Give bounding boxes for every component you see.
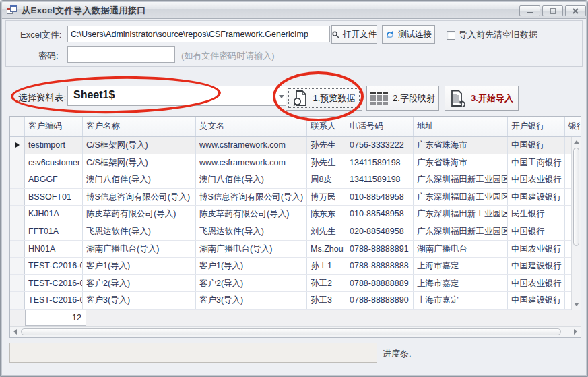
grid-cell[interactable]: csv6customer <box>25 154 83 171</box>
grid-cell[interactable]: 0788-88888889 <box>346 275 414 292</box>
grid-cell[interactable]: 中国农业银行 <box>508 275 565 292</box>
grid-cell[interactable]: 中国银行 <box>508 223 565 240</box>
grid-cell[interactable]: 博S信息咨询有限公司(导入) <box>83 189 196 206</box>
grid-cell[interactable]: 孙工2 <box>307 275 346 292</box>
grid-edit-cell[interactable]: 12 <box>25 310 86 326</box>
grid-cell[interactable]: testimport <box>25 137 83 154</box>
grid-cell[interactable]: 孙先生 <box>307 154 346 171</box>
table-row[interactable]: BSSOFT01博S信息咨询有限公司(导入)博S信息咨询有限公司(导入)博万民0… <box>10 189 571 206</box>
grid-cell[interactable]: 客户2(导入) <box>83 275 196 292</box>
grid-cell[interactable]: Ms.Zhou <box>307 241 346 258</box>
column-header[interactable]: 客户名称 <box>83 117 196 136</box>
grid-cell[interactable]: 客户3(导入) <box>196 292 307 309</box>
grid-cell[interactable] <box>565 241 571 258</box>
grid-cell[interactable]: C/S框架网(导入) <box>83 137 196 154</box>
grid-cell[interactable]: 广东深圳福田新工业园区 <box>414 223 508 240</box>
grid-cell[interactable]: 中国农业银行 <box>508 241 565 258</box>
table-row[interactable]: TEST-C2016-01客户1(导入)客户1(导入)孙工10788-88888… <box>10 258 571 275</box>
grid-cell[interactable]: 飞恩达软件(导入) <box>196 223 307 240</box>
maximize-button[interactable] <box>542 5 563 16</box>
table-row[interactable]: FFT01A飞恩达软件(导入)飞恩达软件(导入)刘先生020-88548958广… <box>10 223 571 241</box>
grid-cell[interactable]: www.csframework.com <box>196 137 307 154</box>
grid-cell[interactable]: 广东深圳福田新工业园区 <box>414 189 508 206</box>
title-bar[interactable]: 从Excel文件导入数据通用接口 <box>1 1 587 19</box>
table-row[interactable]: testimportC/S框架网(导入)www.csframework.com孙… <box>10 137 571 154</box>
row-header-cell[interactable] <box>10 223 25 240</box>
grid-cell[interactable]: 020-88548958 <box>346 223 414 240</box>
scroll-left-icon[interactable] <box>13 329 17 335</box>
grid-cell[interactable]: 上海市嘉定 <box>414 275 508 292</box>
table-row[interactable]: TEST-C2016-02客户2(导入)客户2(导入)孙工20788-88888… <box>10 275 571 293</box>
grid-cell[interactable] <box>565 171 571 188</box>
excel-path-input[interactable]: C:\Users\Administrator\source\repos\CSFr… <box>67 26 330 42</box>
grid-cell[interactable]: 陈东东 <box>307 206 346 223</box>
grid-cell[interactable]: 飞恩达软件(导入) <box>83 223 196 240</box>
grid-cell[interactable] <box>565 189 571 206</box>
grid-cell[interactable]: 广东省珠海市 <box>414 137 508 154</box>
open-file-button[interactable]: 打开文件 <box>331 25 377 44</box>
start-import-button[interactable]: 3.开始导入 <box>445 86 519 111</box>
grid-cell[interactable]: 010-88548958 <box>346 206 414 223</box>
scroll-up-icon[interactable] <box>574 140 579 144</box>
grid-cell[interactable]: 陈皮草药有限公司(导入) <box>83 206 196 223</box>
grid-cell[interactable]: 13411589198 <box>346 154 414 171</box>
grid-cell[interactable] <box>565 137 571 154</box>
row-header-cell[interactable] <box>10 171 25 188</box>
column-header[interactable]: 联系人 <box>307 117 346 136</box>
sheet-combobox[interactable]: Sheet1$ <box>67 86 290 106</box>
grid-cell[interactable]: 湖南广播电台(导入) <box>83 241 196 258</box>
row-header-cell[interactable] <box>10 206 25 223</box>
row-header-cell[interactable] <box>10 137 25 154</box>
grid-cell[interactable]: 中国建设银行 <box>508 189 565 206</box>
grid-cell[interactable]: 010-88548958 <box>346 189 414 206</box>
grid-cell[interactable]: 博S信息咨询有限公司(导入) <box>196 189 307 206</box>
row-header-cell[interactable] <box>10 292 25 309</box>
grid-cell[interactable] <box>565 154 571 171</box>
chevron-down-icon[interactable] <box>279 95 284 98</box>
grid-cell[interactable]: 上海市嘉定 <box>414 292 508 309</box>
grid-cell[interactable]: 湖南广播电台 <box>414 241 508 258</box>
vertical-scroll-thumb[interactable] <box>573 148 579 246</box>
grid-cell[interactable]: TEST-C2016-01 <box>25 258 83 274</box>
column-header[interactable]: 开户银行 <box>508 117 565 136</box>
grid-cell[interactable]: 广东深圳福田新工业园区 <box>414 171 508 188</box>
grid-cell[interactable]: 13411589198 <box>346 171 414 188</box>
field-mapping-button[interactable]: 2.字段映射 <box>366 86 439 111</box>
grid-cell[interactable]: 客户3(导入) <box>83 292 196 309</box>
row-header-cell[interactable] <box>10 258 25 274</box>
grid-cell[interactable]: 客户1(导入) <box>83 258 196 274</box>
preview-data-button[interactable]: 1.预览数据 <box>286 86 362 111</box>
grid-cell[interactable]: 客户2(导入) <box>196 275 307 292</box>
grid-cell[interactable]: 0788-88888891 <box>346 241 414 258</box>
grid-cell[interactable]: 博万民 <box>307 189 346 206</box>
grid-cell[interactable]: 客户1(导入) <box>196 258 307 274</box>
clear-old-data-checkbox[interactable]: 导入前先清空旧数据 <box>447 29 537 41</box>
grid-cell[interactable]: C/S框架网(导入) <box>83 154 196 171</box>
table-row[interactable]: csv6customerC/S框架网(导入)www.csframework.co… <box>10 154 571 172</box>
grid-cell[interactable]: FFT01A <box>25 223 83 240</box>
password-input[interactable] <box>67 46 175 63</box>
grid-cell[interactable]: ABGGF <box>25 171 83 188</box>
grid-cell[interactable]: 中国工商银行 <box>508 154 565 171</box>
grid-cell[interactable]: 孙工1 <box>307 258 346 274</box>
grid-cell[interactable]: 广东省珠海市 <box>414 154 508 171</box>
column-header[interactable]: 电话号码 <box>346 117 414 136</box>
grid-cell[interactable] <box>565 292 571 309</box>
row-header-cell[interactable] <box>10 275 25 292</box>
grid-cell[interactable] <box>565 206 571 223</box>
close-button[interactable] <box>565 5 586 16</box>
grid-cell[interactable]: KJH01A <box>25 206 83 223</box>
grid-cell[interactable]: www.csframework.com <box>196 154 307 171</box>
row-header-cell[interactable] <box>10 241 25 258</box>
grid-cell[interactable]: 0788-88888888 <box>346 258 414 274</box>
row-header-cell[interactable] <box>10 189 25 206</box>
column-header[interactable]: 银行 <box>565 117 581 136</box>
test-connection-button[interactable]: 测试连接 <box>382 25 435 44</box>
grid-cell[interactable]: 0756-3333222 <box>346 137 414 154</box>
grid-cell[interactable]: 广东深圳福田新工业园区 <box>414 206 508 223</box>
grid-cell[interactable]: 刘先生 <box>307 223 346 240</box>
column-header[interactable]: 英文名 <box>196 117 307 136</box>
grid-cell[interactable]: 中国建设银行 <box>508 292 565 309</box>
scroll-down-icon[interactable] <box>574 303 579 306</box>
horizontal-scrollbar[interactable] <box>10 326 581 337</box>
